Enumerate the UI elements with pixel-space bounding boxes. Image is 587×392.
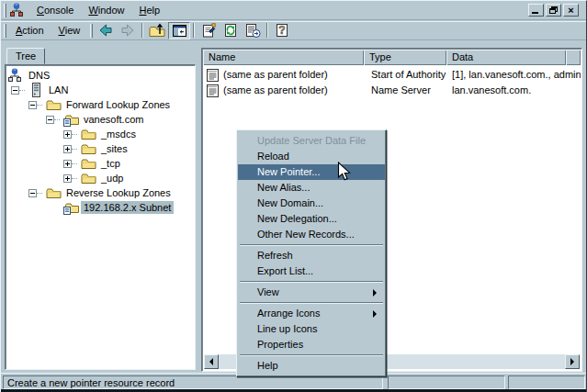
tree-item--msdcs[interactable]: _msdcs [6, 127, 195, 141]
tree-item-label[interactable]: Reverse Lookup Zones [63, 186, 174, 199]
column-header-filler [566, 50, 581, 65]
context-menu-item-new-delegation[interactable]: New Delegation... [238, 211, 385, 227]
context-menu-item-refresh[interactable]: Refresh [238, 248, 385, 263]
folder-icon [81, 172, 96, 185]
menu-separator [240, 302, 383, 304]
toolbar-gripper[interactable] [4, 24, 6, 38]
collapse-icon[interactable] [46, 116, 63, 124]
context-menu-item-help[interactable]: Help [238, 358, 385, 374]
export-list-button[interactable] [242, 22, 264, 39]
menu-items: ConsoleWindowHelp [29, 5, 167, 16]
submenu-arrow-icon [373, 310, 377, 318]
context-menu-item-new-pointer[interactable]: New Pointer... [238, 164, 385, 180]
tree-item-label[interactable]: DNS [26, 69, 52, 82]
refresh-button[interactable] [220, 22, 242, 39]
tree-item-label[interactable]: _udp [98, 172, 126, 185]
console-window-icon[interactable] [10, 3, 27, 17]
cell-name: (same as parent folder) [223, 84, 328, 95]
context-menu: Update Server Data FileReloadNew Pointer… [236, 129, 387, 377]
menu-window[interactable]: Window [81, 2, 131, 19]
context-menu-item-line-up-icons[interactable]: Line up Icons [238, 321, 385, 337]
properties-button[interactable] [198, 22, 220, 39]
tree-item--sites[interactable]: _sites [6, 141, 195, 156]
tree-item-lan[interactable]: LAN [6, 83, 195, 97]
cell-name: (same as parent folder) [223, 69, 328, 80]
tree-item--udp[interactable]: _udp [6, 171, 195, 185]
tab-tree[interactable]: Tree [6, 48, 45, 64]
tree-item-icon [46, 98, 63, 111]
expand-icon[interactable] [63, 145, 81, 153]
tree-item-reverse-lookup-zones[interactable]: Reverse Lookup Zones [6, 185, 195, 200]
tree-item-label[interactable]: Forward Lookup Zones [63, 98, 173, 111]
toolbar-separator [193, 23, 195, 38]
folder-icon [46, 98, 62, 111]
dns-root-icon [8, 68, 24, 83]
tree-item-192-168-2-x-subnet[interactable]: 192.168.2.x Subnet [6, 200, 195, 215]
context-menu-item-arrange-icons[interactable]: Arrange Icons [238, 306, 385, 321]
tree-item-icon [81, 142, 98, 155]
up-one-level-button[interactable] [146, 22, 168, 39]
context-menu-item-properties[interactable]: Properties [238, 337, 385, 353]
folder-icon [46, 186, 62, 199]
toolbar-menu-view[interactable]: View [51, 22, 88, 39]
folder-icon [81, 157, 96, 170]
context-menu-item-view[interactable]: View [238, 285, 385, 300]
toolbar-menu-action[interactable]: Action [8, 22, 51, 39]
tree-item--tcp[interactable]: _tcp [6, 156, 195, 171]
context-menu-item-new-domain[interactable]: New Domain... [238, 196, 385, 211]
column-header-name[interactable]: Name [203, 50, 364, 65]
scroll-left-button[interactable] [204, 354, 219, 369]
tree-item-label[interactable]: _tcp [98, 157, 123, 170]
tree-item-label[interactable]: vanesoft.com [81, 113, 146, 126]
context-menu-item-other-new-records[interactable]: Other New Records... [238, 227, 385, 242]
record-doc-icon [207, 68, 219, 82]
tree-item-label[interactable]: _sites [98, 142, 130, 155]
context-menu-item-reload[interactable]: Reload [238, 149, 385, 164]
cell-data: lan.vanesoft.com. [452, 84, 531, 95]
status-pane-1: Create a new pointer resource record [3, 375, 383, 389]
column-header-data[interactable]: Data [446, 50, 566, 65]
tree-item-label[interactable]: _msdcs [98, 128, 139, 140]
tree-item-dns[interactable]: DNS [6, 68, 195, 83]
collapse-icon[interactable] [28, 189, 46, 197]
restore-button[interactable] [546, 4, 561, 17]
forward-button[interactable] [117, 22, 139, 39]
column-header-type[interactable]: Type [364, 50, 446, 65]
close-button[interactable]: × [563, 4, 579, 17]
status-pane-2 [388, 375, 505, 389]
toolbar: ActionView ? [1, 21, 586, 40]
context-menu-item-export-list[interactable]: Export List... [238, 263, 385, 279]
rebar-gripper[interactable] [4, 4, 6, 17]
tree-item-label[interactable]: 192.168.2.x Subnet [81, 201, 174, 214]
tree-item-vanesoft-com[interactable]: vanesoft.com [6, 112, 195, 127]
console-tree-panel: DNSLANForward Lookup Zonesvanesoft.com_m… [5, 64, 196, 370]
menu-help[interactable]: Help [132, 2, 168, 19]
tree-item-label[interactable]: LAN [46, 84, 71, 96]
expand-icon[interactable] [63, 174, 81, 183]
table-row[interactable]: (same as parent folder)Name Serverlan.va… [203, 83, 581, 98]
back-button[interactable] [95, 22, 117, 39]
show-hide-console-tree-button[interactable] [168, 22, 190, 39]
record-icon [207, 84, 219, 99]
back-arrow-icon [98, 23, 113, 38]
table-row[interactable]: (same as parent folder)Start of Authorit… [203, 67, 581, 83]
toolbar-gripper-2[interactable] [90, 24, 93, 38]
menu-console[interactable]: Console [29, 2, 81, 19]
expand-icon[interactable] [63, 160, 81, 168]
refresh-icon [223, 23, 238, 38]
collapse-icon[interactable] [11, 86, 28, 95]
help-button[interactable]: ? [271, 22, 293, 39]
scroll-right-button[interactable] [565, 354, 580, 369]
mouse-cursor-icon [337, 162, 351, 184]
collapse-icon[interactable] [28, 101, 46, 109]
tree-item-forward-lookup-zones[interactable]: Forward Lookup Zones [6, 97, 195, 112]
context-menu-item-new-alias[interactable]: New Alias... [238, 180, 385, 196]
zone-folder-icon [63, 201, 79, 215]
expand-icon[interactable] [63, 130, 81, 139]
minimize-button[interactable] [528, 4, 544, 17]
toolbar-separator [266, 23, 268, 38]
close-icon: × [568, 6, 573, 15]
properties-icon [201, 23, 216, 38]
list-rows: (same as parent folder)Start of Authorit… [203, 67, 581, 98]
tree-item-icon [81, 128, 98, 140]
